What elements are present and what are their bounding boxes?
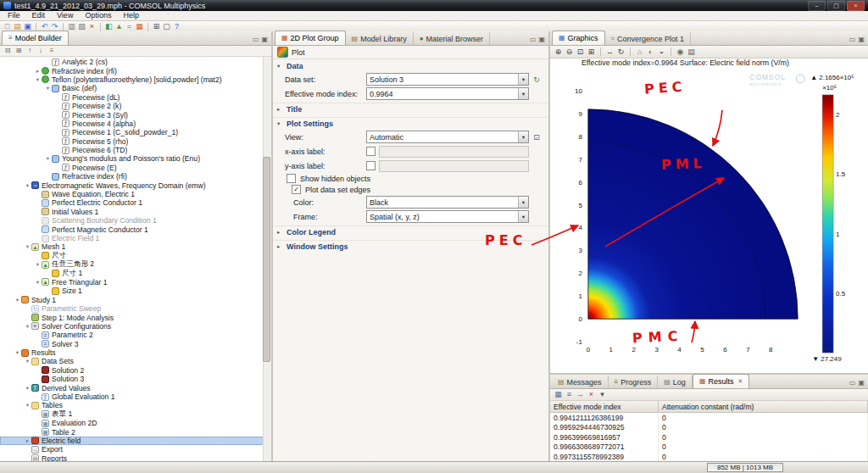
tree-scrollbar[interactable]: [263, 57, 271, 462]
tree-item[interactable]: Electric Field 1: [0, 234, 264, 242]
menu-edit[interactable]: Edit: [26, 11, 52, 20]
tree-item[interactable]: ƒAnalytic 2 (cs): [0, 58, 264, 66]
compute-icon[interactable]: =: [125, 22, 134, 31]
frame-select[interactable]: Spatial (x, y, z) ▼: [366, 210, 529, 223]
section-window-settings[interactable]: ▸ Window Settings: [273, 240, 548, 253]
collapse-all-icon[interactable]: ⊟: [3, 47, 12, 55]
tree-item[interactable]: ↻Parametric Sweep: [0, 304, 264, 313]
tree-item[interactable]: ƒPiecewise 6 (TD): [0, 146, 264, 154]
column-header[interactable]: Effective mode index: [550, 401, 659, 412]
minimize-button[interactable]: –: [808, 1, 826, 11]
tree-item[interactable]: ▾Young's modulus and Poisson's ratio (En…: [0, 154, 264, 163]
transparency-icon[interactable]: ◒: [657, 47, 666, 57]
tree-item[interactable]: Wave Equation, Electric 1: [0, 190, 264, 198]
section-color-legend[interactable]: ▸ Color Legend: [273, 225, 548, 238]
maximize-button[interactable]: ▢: [827, 1, 845, 11]
table-row[interactable]: 0.9963996698169570: [550, 432, 868, 442]
collapse-icon[interactable]: ▾: [24, 402, 31, 409]
tree-item[interactable]: Solution 2: [0, 366, 264, 375]
tree-item[interactable]: ƒPiecewise 4 (alpha): [0, 120, 264, 128]
table-row[interactable]: 0.99731155789923890: [550, 452, 868, 462]
tree-item[interactable]: 尺寸: [0, 252, 264, 260]
tree-item[interactable]: ▾≈Electromagnetic Waves, Frequency Domai…: [0, 181, 264, 189]
menu-help[interactable]: Help: [117, 11, 145, 20]
show-hidden-checkbox[interactable]: [287, 174, 296, 183]
surface-plot[interactable]: 012345678 -1012345678910 COMSOL MULTIPHY…: [550, 70, 868, 374]
tab-2d-plot-group[interactable]: ▦2D Plot Group: [275, 31, 346, 45]
tree-item[interactable]: ƒPiecewise 1 (C_solid_powder_1): [0, 128, 264, 136]
tree-item[interactable]: ▾▲任意三角形 2: [0, 260, 264, 269]
pan-icon[interactable]: ↔: [605, 47, 615, 57]
tab-model-builder[interactable]: ≡ Model Builder: [2, 31, 69, 45]
collapse-icon[interactable]: ▾: [44, 85, 52, 92]
tree-item[interactable]: Initial Values 1: [0, 208, 264, 216]
scene-light-icon[interactable]: ◐: [646, 47, 655, 57]
export-table-icon[interactable]: →: [576, 390, 585, 399]
mesh-icon[interactable]: ▲: [114, 22, 124, 31]
print-icon[interactable]: ▤: [687, 47, 696, 57]
tab-messages[interactable]: ▤Messages: [552, 376, 609, 388]
x-axis-label-input[interactable]: [379, 146, 529, 158]
y-axis-label-input[interactable]: [379, 160, 529, 172]
expand-icon[interactable]: ▸: [24, 437, 31, 444]
collapse-icon[interactable]: ▾: [34, 261, 42, 268]
plot-button[interactable]: Plot: [292, 48, 305, 57]
minimize-view-icon[interactable]: ▭: [849, 36, 856, 43]
geometry-icon[interactable]: ◧: [104, 22, 114, 31]
window-layout-icon[interactable]: ▢: [162, 22, 171, 31]
close-icon[interactable]: ✕: [737, 378, 743, 385]
tab-convergence-plot-1[interactable]: ≈Convergence Plot 1: [605, 32, 691, 45]
maximize-view-icon[interactable]: ▣: [261, 36, 268, 43]
collapse-icon[interactable]: ▾: [24, 385, 31, 392]
tree-item[interactable]: ▦Table 2: [0, 427, 264, 436]
tree-item[interactable]: ƒPiecewise 3 (Syl): [0, 110, 264, 119]
menu-options[interactable]: Options: [79, 11, 117, 20]
color-select[interactable]: Black ▼: [366, 196, 529, 209]
tree-item[interactable]: ▾≡Solver Configurations: [0, 322, 264, 331]
move-down-icon[interactable]: ↓: [36, 47, 45, 55]
collapse-icon[interactable]: ▾: [24, 182, 31, 189]
tree-item[interactable]: ▾∑Derived Values: [0, 383, 264, 392]
section-plot-settings[interactable]: ▾ Plot Settings: [273, 117, 548, 130]
tree-item[interactable]: ▾Teflon (polytetrafluoroethylene) [solid…: [0, 75, 264, 84]
tab-log[interactable]: ▤Log: [658, 376, 693, 388]
delete-icon[interactable]: ×: [87, 22, 97, 31]
clear-table-icon[interactable]: ×: [587, 390, 596, 399]
plot-canvas[interactable]: 012345678 -1012345678910 COMSOL MULTIPHY…: [550, 70, 868, 373]
collapse-icon[interactable]: ▾: [24, 243, 31, 250]
tree-item[interactable]: ▸Electric field: [0, 437, 264, 445]
auto-settings-icon[interactable]: ▦: [554, 390, 563, 399]
tab-model-library[interactable]: ▤Model Library: [346, 32, 414, 45]
collapse-icon[interactable]: ▾: [14, 349, 21, 356]
expand-icon[interactable]: ▸: [34, 68, 42, 75]
zoom-box-icon[interactable]: ⊞: [587, 47, 596, 57]
move-up-icon[interactable]: ↑: [25, 47, 34, 55]
go-to-view-icon[interactable]: ⊡: [531, 133, 542, 142]
minimize-view-icon[interactable]: ▭: [253, 36, 259, 43]
tree-item[interactable]: →Export: [0, 445, 264, 454]
tab-progress[interactable]: ≡Progress: [609, 376, 659, 388]
tab-material-browser[interactable]: ●Material Browser: [414, 32, 490, 45]
tree-item[interactable]: ƒPiecewise (E): [0, 164, 264, 172]
menu-view[interactable]: View: [51, 11, 79, 20]
full-precision-icon[interactable]: ≡: [565, 390, 574, 399]
tree-item[interactable]: ▾Data Sets: [0, 357, 264, 365]
zoom-extents-icon[interactable]: ⊡: [576, 47, 585, 57]
tree-item[interactable]: Refractive index (rfi): [0, 172, 264, 181]
table-row[interactable]: 0.99663086897720710: [550, 442, 868, 453]
minimize-view-icon[interactable]: ▭: [530, 36, 537, 43]
model-wizard-icon[interactable]: ≡: [47, 47, 56, 55]
plot-icon[interactable]: ▦: [135, 22, 144, 31]
view-select[interactable]: Automatic ▼: [366, 131, 529, 143]
image-snapshot-icon[interactable]: ◉: [676, 47, 685, 57]
copy-icon[interactable]: ▥: [67, 22, 76, 31]
collapse-icon[interactable]: ▾: [14, 297, 21, 303]
refresh-icon[interactable]: ↻: [531, 75, 542, 84]
tree-item[interactable]: ▾Results: [0, 348, 264, 357]
help-icon[interactable]: ?: [172, 22, 181, 31]
plot-edges-checkbox[interactable]: ✓: [292, 185, 301, 194]
tree-item[interactable]: Scattering Boundary Condition 1: [0, 216, 264, 225]
maximize-view-icon[interactable]: ▣: [538, 36, 545, 43]
tab-graphics[interactable]: ▦Graphics: [552, 31, 605, 45]
tab-results[interactable]: ▦Results✕: [693, 374, 749, 388]
